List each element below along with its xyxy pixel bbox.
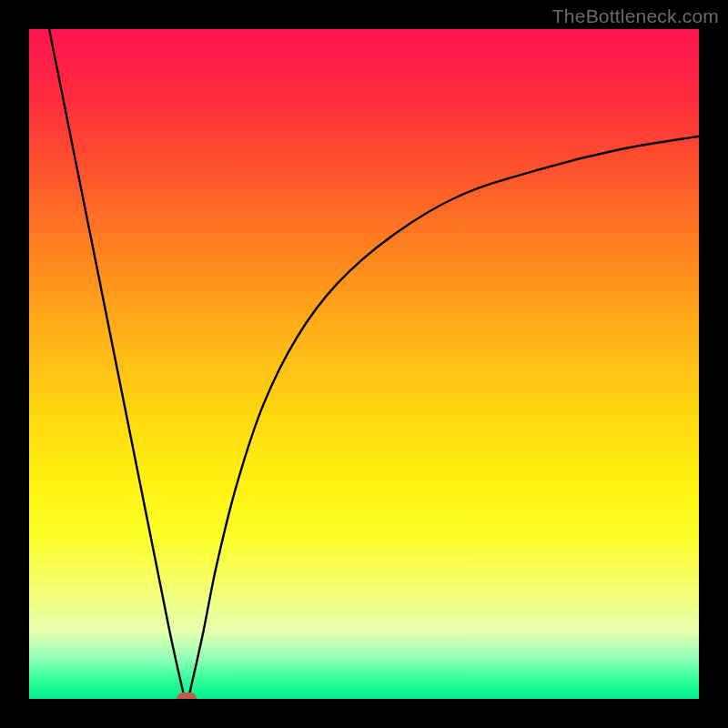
- plot-area: [29, 29, 699, 699]
- minimum-marker: [177, 693, 197, 699]
- chart-frame: TheBottleneck.com: [0, 0, 728, 728]
- watermark-text: TheBottleneck.com: [552, 5, 719, 27]
- curve-left-branch: [49, 29, 183, 693]
- bottleneck-curve: [29, 29, 699, 699]
- curve-right-branch: [190, 136, 699, 693]
